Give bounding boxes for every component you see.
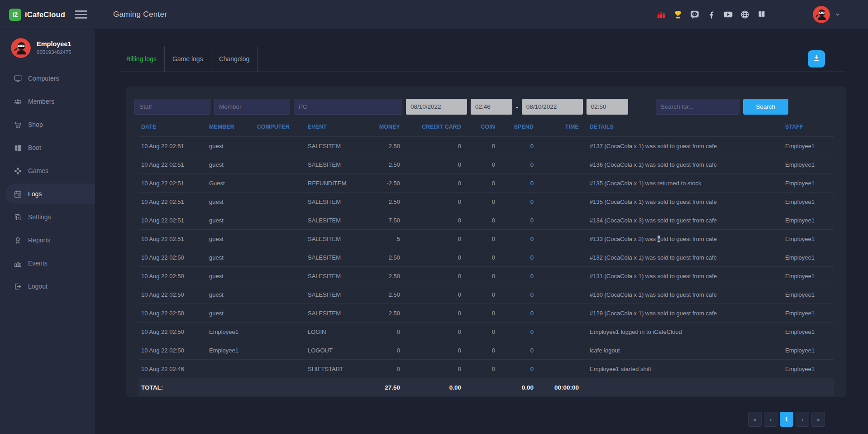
table-row[interactable]: 10 Aug 22 02:50guestSALESITEM2.50000#131… [138, 267, 834, 285]
cell-money: 0 [358, 323, 404, 341]
sidebar-item-label: Computers [28, 75, 59, 82]
facebook-icon[interactable] [706, 9, 717, 20]
user-menu[interactable] [813, 6, 841, 23]
download-button[interactable] [808, 50, 825, 68]
cell-money: 2.50 [358, 285, 404, 304]
sidebar-item-logs[interactable]: Logs [5, 183, 95, 204]
pagination-page-1[interactable]: 1 [780, 412, 793, 427]
pagination-prev[interactable]: ‹ [764, 412, 777, 427]
cell-staff: Employee1 [782, 137, 834, 155]
cell-computer [253, 285, 304, 304]
time-from-input[interactable] [471, 99, 512, 115]
discord-icon[interactable] [689, 9, 700, 20]
member-filter-input[interactable] [214, 99, 290, 115]
cell-member: guest [205, 155, 253, 174]
table-row[interactable]: 10 Aug 22 02:51guestSALESITEM2.50000#135… [138, 193, 834, 211]
sidebar-item-members[interactable]: Members [0, 91, 95, 112]
main-content: Billing logsGame logsChangelog - Search [95, 29, 868, 434]
table-row[interactable]: 10 Aug 22 02:46SHIFTSTART0000Employee1 s… [138, 360, 834, 378]
time-to-input[interactable] [587, 99, 628, 115]
billing-logs-card: - Search DATEMEMBERCOMPUTEREVENTMONEYCRE… [126, 87, 846, 397]
search-input[interactable] [656, 99, 739, 115]
sidebar-item-shop[interactable]: Shop [0, 114, 95, 135]
logo-icon: i2 [9, 9, 21, 21]
cell-member: Employee1 [205, 341, 253, 360]
brand-area: i2 iCafeCloud [0, 0, 95, 29]
cell-time [537, 248, 582, 267]
cell-staff: Employee1 [782, 174, 834, 193]
cell-event: REFUNDITEM [304, 174, 358, 193]
cell-event: LOGIN [304, 323, 358, 341]
pagination-last[interactable]: » [811, 412, 825, 427]
pagination-first[interactable]: « [748, 412, 762, 427]
sidebar-item-logout[interactable]: Logout [0, 276, 95, 297]
cell-member: guest [205, 285, 253, 304]
pagination-next[interactable]: › [796, 412, 809, 427]
sidebar-item-reports[interactable]: Reports [0, 230, 95, 251]
cell-member [205, 360, 253, 378]
cell-coin: 0 [465, 193, 499, 211]
cell-details: #135 (CocaCola x 1) was returned to stoc… [582, 174, 782, 193]
cell-details: #131 (CocaCola x 1) was sold to guest fr… [582, 267, 782, 285]
cell-date: 10 Aug 22 02:51 [138, 174, 205, 193]
cell-coin: 0 [465, 323, 499, 341]
cell-time [537, 137, 582, 155]
date-from-input[interactable] [406, 99, 467, 115]
cell-details: icafe logout [582, 341, 782, 360]
log-table-body: 10 Aug 22 02:51guestSALESITEM2.50000#137… [138, 137, 834, 397]
tab-billing-logs[interactable]: Billing logs [119, 46, 165, 72]
cell-credit_card: 0 [404, 193, 465, 211]
table-row[interactable]: 10 Aug 22 02:51guestSALESITEM5000#133 (C… [138, 230, 834, 248]
cell-staff: Employee1 [782, 230, 834, 248]
topbar-right [656, 0, 868, 29]
cell-coin: 0 [465, 248, 499, 267]
column-header-date: DATE [138, 117, 205, 137]
sidebar-item-label: Reports [28, 236, 50, 244]
table-row[interactable]: 10 Aug 22 02:51guestSALESITEM7.50000#134… [138, 211, 834, 230]
table-row[interactable]: 10 Aug 22 02:51guestSALESITEM2.50000#137… [138, 137, 834, 155]
cell-credit_card: 0 [404, 304, 465, 323]
tab-changelog[interactable]: Changelog [211, 46, 258, 72]
table-row[interactable]: 10 Aug 22 02:50guestSALESITEM2.50000#130… [138, 285, 834, 304]
staff-filter-input[interactable] [134, 99, 210, 115]
sidebar-item-label: Logs [28, 190, 42, 198]
table-row[interactable]: 10 Aug 22 02:50guestSALESITEM2.50000#132… [138, 248, 834, 267]
table-row[interactable]: 10 Aug 22 02:51guestSALESITEM2.50000#136… [138, 155, 834, 174]
total-staff [782, 378, 834, 397]
table-row[interactable]: 10 Aug 22 02:51GuestREFUNDITEM-2.50000#1… [138, 174, 834, 193]
cell-member: guest [205, 230, 253, 248]
cell-spend: 0 [499, 230, 537, 248]
cell-coin: 0 [465, 285, 499, 304]
book-icon[interactable] [756, 9, 767, 20]
cell-date: 10 Aug 22 02:50 [138, 323, 205, 341]
table-row[interactable]: 10 Aug 22 02:50Employee1LOGOUT0000icafe … [138, 341, 834, 360]
cell-credit_card: 0 [404, 323, 465, 341]
tab-game-logs[interactable]: Game logs [165, 46, 211, 72]
total-details [582, 378, 782, 397]
menu-toggle-button[interactable] [75, 10, 87, 19]
cell-money: 7.50 [358, 211, 404, 230]
logout-icon [14, 282, 22, 291]
table-row[interactable]: 10 Aug 22 02:50Employee1LOGIN0000Employe… [138, 323, 834, 341]
table-row[interactable]: 10 Aug 22 02:50guestSALESITEM2.50000#129… [138, 304, 834, 323]
date-to-input[interactable] [522, 99, 583, 115]
cell-time [537, 211, 582, 230]
youtube-icon[interactable] [723, 9, 734, 20]
sidebar-item-settings[interactable]: Settings [0, 207, 95, 227]
column-header-credit_card: CREDIT CARD [404, 117, 465, 137]
cell-time [537, 285, 582, 304]
cell-date: 10 Aug 22 02:50 [138, 248, 205, 267]
pc-filter-input[interactable] [294, 99, 402, 115]
sidebar-item-events[interactable]: Events [0, 253, 95, 274]
leaderboard-icon[interactable] [656, 9, 667, 20]
globe-icon[interactable] [739, 9, 750, 20]
search-button[interactable]: Search [743, 99, 788, 115]
trophy-icon[interactable] [672, 9, 683, 20]
sidebar-item-computers[interactable]: Computers [0, 68, 95, 89]
cell-details: #132 (CocaCola x 1) was sold to guest fr… [582, 248, 782, 267]
cell-staff: Employee1 [782, 341, 834, 360]
sidebar-item-boot[interactable]: Boot [0, 137, 95, 158]
sidebar-item-games[interactable]: Games [0, 160, 95, 181]
column-header-money: MONEY [358, 117, 404, 137]
cell-member: guest [205, 267, 253, 285]
